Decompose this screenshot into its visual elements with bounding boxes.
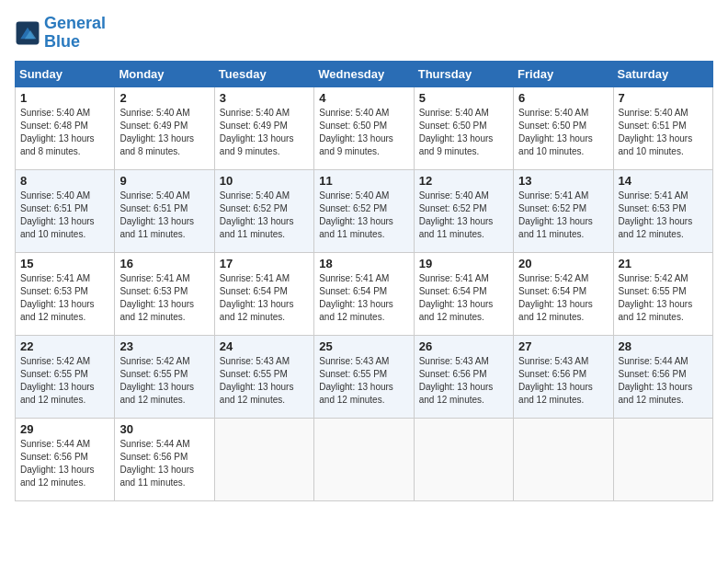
day-info: Sunrise: 5:40 AMSunset: 6:51 PMDaylight:… — [619, 107, 708, 158]
calendar-day: 11Sunrise: 5:40 AMSunset: 6:52 PMDayligh… — [314, 169, 414, 252]
day-number: 7 — [619, 91, 708, 105]
calendar-day: 4Sunrise: 5:40 AMSunset: 6:50 PMDaylight… — [314, 86, 414, 169]
calendar-day: 17Sunrise: 5:41 AMSunset: 6:54 PMDayligh… — [214, 252, 313, 335]
day-info: Sunrise: 5:40 AMSunset: 6:49 PMDaylight:… — [119, 107, 209, 158]
day-number: 20 — [518, 257, 608, 270]
day-info: Sunrise: 5:40 AMSunset: 6:52 PMDaylight:… — [419, 190, 508, 241]
calendar-day: 19Sunrise: 5:41 AMSunset: 6:54 PMDayligh… — [414, 252, 513, 335]
day-number: 29 — [20, 422, 109, 436]
day-number: 14 — [619, 174, 708, 188]
day-info: Sunrise: 5:40 AMSunset: 6:49 PMDaylight:… — [220, 107, 309, 158]
weekday-header-thursday: Thursday — [414, 61, 513, 86]
day-number: 4 — [319, 91, 408, 105]
calendar-week-3: 15Sunrise: 5:41 AMSunset: 6:53 PMDayligh… — [16, 252, 713, 335]
day-info: Sunrise: 5:41 AMSunset: 6:54 PMDaylight:… — [419, 272, 508, 324]
day-info: Sunrise: 5:41 AMSunset: 6:54 PMDaylight:… — [220, 272, 309, 324]
calendar-week-4: 22Sunrise: 5:42 AMSunset: 6:55 PMDayligh… — [16, 335, 713, 418]
day-number: 30 — [119, 422, 209, 436]
day-info: Sunrise: 5:43 AMSunset: 6:56 PMDaylight:… — [518, 355, 608, 407]
calendar-day: 6Sunrise: 5:40 AMSunset: 6:50 PMDaylight… — [514, 86, 613, 169]
day-number: 12 — [419, 174, 508, 188]
day-number: 10 — [220, 174, 309, 188]
logo-text: General Blue — [44, 15, 106, 52]
day-number: 23 — [119, 339, 209, 353]
calendar-day — [214, 418, 313, 500]
calendar-day: 24Sunrise: 5:43 AMSunset: 6:55 PMDayligh… — [214, 335, 313, 418]
calendar-day — [514, 418, 613, 500]
day-info: Sunrise: 5:41 AMSunset: 6:53 PMDaylight:… — [20, 272, 109, 324]
day-number: 9 — [119, 174, 209, 188]
day-info: Sunrise: 5:44 AMSunset: 6:56 PMDaylight:… — [119, 438, 209, 489]
day-number: 8 — [20, 174, 109, 188]
day-info: Sunrise: 5:42 AMSunset: 6:55 PMDaylight:… — [20, 355, 109, 407]
day-info: Sunrise: 5:41 AMSunset: 6:54 PMDaylight:… — [319, 272, 408, 324]
day-number: 11 — [319, 174, 408, 188]
day-info: Sunrise: 5:44 AMSunset: 6:56 PMDaylight:… — [20, 438, 109, 489]
calendar-day: 28Sunrise: 5:44 AMSunset: 6:56 PMDayligh… — [613, 335, 712, 418]
calendar-day: 27Sunrise: 5:43 AMSunset: 6:56 PMDayligh… — [514, 335, 613, 418]
day-number: 6 — [518, 91, 608, 105]
calendar-day — [414, 418, 513, 500]
day-number: 3 — [220, 91, 309, 105]
calendar-day: 13Sunrise: 5:41 AMSunset: 6:52 PMDayligh… — [514, 169, 613, 252]
day-info: Sunrise: 5:40 AMSunset: 6:50 PMDaylight:… — [319, 107, 408, 158]
day-number: 13 — [518, 174, 608, 188]
calendar-day: 26Sunrise: 5:43 AMSunset: 6:56 PMDayligh… — [414, 335, 513, 418]
calendar-day: 22Sunrise: 5:42 AMSunset: 6:55 PMDayligh… — [16, 335, 115, 418]
calendar-day: 8Sunrise: 5:40 AMSunset: 6:51 PMDaylight… — [16, 169, 115, 252]
calendar-day: 5Sunrise: 5:40 AMSunset: 6:50 PMDaylight… — [414, 86, 513, 169]
day-info: Sunrise: 5:43 AMSunset: 6:55 PMDaylight:… — [220, 355, 309, 407]
calendar-week-2: 8Sunrise: 5:40 AMSunset: 6:51 PMDaylight… — [16, 169, 713, 252]
day-number: 18 — [319, 257, 408, 270]
logo: General Blue — [15, 15, 106, 52]
calendar-day: 10Sunrise: 5:40 AMSunset: 6:52 PMDayligh… — [214, 169, 313, 252]
day-info: Sunrise: 5:42 AMSunset: 6:55 PMDaylight:… — [119, 355, 209, 407]
calendar-day: 30Sunrise: 5:44 AMSunset: 6:56 PMDayligh… — [115, 418, 214, 500]
day-number: 17 — [220, 257, 309, 270]
calendar-day: 14Sunrise: 5:41 AMSunset: 6:53 PMDayligh… — [613, 169, 712, 252]
calendar-day: 25Sunrise: 5:43 AMSunset: 6:55 PMDayligh… — [314, 335, 414, 418]
calendar-day: 12Sunrise: 5:40 AMSunset: 6:52 PMDayligh… — [414, 169, 513, 252]
day-number: 19 — [419, 257, 508, 270]
day-info: Sunrise: 5:40 AMSunset: 6:50 PMDaylight:… — [419, 107, 508, 158]
calendar-day: 3Sunrise: 5:40 AMSunset: 6:49 PMDaylight… — [214, 86, 313, 169]
day-info: Sunrise: 5:40 AMSunset: 6:52 PMDaylight:… — [220, 190, 309, 241]
calendar-day: 7Sunrise: 5:40 AMSunset: 6:51 PMDaylight… — [613, 86, 712, 169]
weekday-header-monday: Monday — [115, 61, 214, 86]
weekday-header-friday: Friday — [514, 61, 613, 86]
calendar-week-1: 1Sunrise: 5:40 AMSunset: 6:48 PMDaylight… — [16, 86, 713, 169]
calendar-day — [613, 418, 712, 500]
day-info: Sunrise: 5:40 AMSunset: 6:51 PMDaylight:… — [119, 190, 209, 241]
day-info: Sunrise: 5:41 AMSunset: 6:53 PMDaylight:… — [119, 272, 209, 324]
calendar-day: 18Sunrise: 5:41 AMSunset: 6:54 PMDayligh… — [314, 252, 414, 335]
day-number: 22 — [20, 339, 109, 353]
day-number: 1 — [20, 91, 109, 105]
day-info: Sunrise: 5:43 AMSunset: 6:56 PMDaylight:… — [419, 355, 508, 407]
weekday-header-saturday: Saturday — [613, 61, 712, 86]
calendar-day: 9Sunrise: 5:40 AMSunset: 6:51 PMDaylight… — [115, 169, 214, 252]
day-number: 26 — [419, 339, 508, 353]
calendar-day: 1Sunrise: 5:40 AMSunset: 6:48 PMDaylight… — [16, 86, 115, 169]
day-number: 2 — [119, 91, 209, 105]
calendar-day: 15Sunrise: 5:41 AMSunset: 6:53 PMDayligh… — [16, 252, 115, 335]
day-info: Sunrise: 5:44 AMSunset: 6:56 PMDaylight:… — [619, 355, 708, 407]
day-info: Sunrise: 5:41 AMSunset: 6:53 PMDaylight:… — [619, 190, 708, 241]
calendar-day: 2Sunrise: 5:40 AMSunset: 6:49 PMDaylight… — [115, 86, 214, 169]
day-number: 24 — [220, 339, 309, 353]
calendar-day: 29Sunrise: 5:44 AMSunset: 6:56 PMDayligh… — [16, 418, 115, 500]
calendar-day: 23Sunrise: 5:42 AMSunset: 6:55 PMDayligh… — [115, 335, 214, 418]
calendar-table: SundayMondayTuesdayWednesdayThursdayFrid… — [15, 61, 713, 501]
calendar-day: 16Sunrise: 5:41 AMSunset: 6:53 PMDayligh… — [115, 252, 214, 335]
day-number: 5 — [419, 91, 508, 105]
day-number: 15 — [20, 257, 109, 270]
day-number: 16 — [119, 257, 209, 270]
logo-icon — [15, 20, 40, 46]
day-info: Sunrise: 5:42 AMSunset: 6:55 PMDaylight:… — [619, 272, 708, 324]
weekday-header-tuesday: Tuesday — [214, 61, 313, 86]
calendar-week-5: 29Sunrise: 5:44 AMSunset: 6:56 PMDayligh… — [16, 418, 713, 500]
day-info: Sunrise: 5:43 AMSunset: 6:55 PMDaylight:… — [319, 355, 408, 407]
day-number: 27 — [518, 339, 608, 353]
day-info: Sunrise: 5:41 AMSunset: 6:52 PMDaylight:… — [518, 190, 608, 241]
weekday-header-sunday: Sunday — [16, 61, 115, 86]
day-number: 21 — [619, 257, 708, 270]
